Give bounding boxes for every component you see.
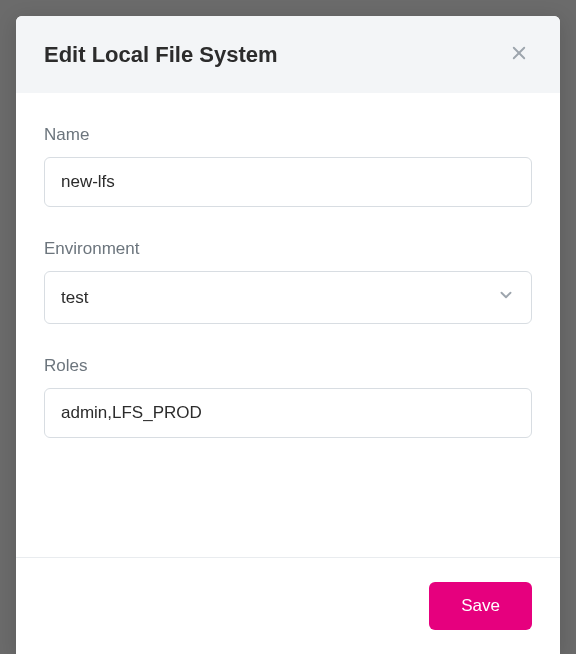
chevron-down-icon: [497, 286, 515, 309]
roles-label: Roles: [44, 356, 532, 376]
environment-select-box[interactable]: test: [44, 271, 532, 324]
environment-label: Environment: [44, 239, 532, 259]
name-label: Name: [44, 125, 532, 145]
environment-select[interactable]: test: [44, 271, 532, 324]
modal-title: Edit Local File System: [44, 42, 278, 68]
environment-group: Environment test: [44, 239, 532, 324]
name-input[interactable]: [44, 157, 532, 207]
environment-value: test: [61, 288, 88, 308]
modal-header: Edit Local File System: [16, 16, 560, 93]
modal-footer: Save: [16, 557, 560, 654]
close-icon: [510, 44, 528, 65]
save-button[interactable]: Save: [429, 582, 532, 630]
name-group: Name: [44, 125, 532, 207]
roles-input[interactable]: [44, 388, 532, 438]
close-button[interactable]: [506, 40, 532, 69]
roles-group: Roles: [44, 356, 532, 438]
modal-body: Name Environment test Roles: [16, 93, 560, 557]
edit-modal: Edit Local File System Name Environment …: [16, 16, 560, 654]
